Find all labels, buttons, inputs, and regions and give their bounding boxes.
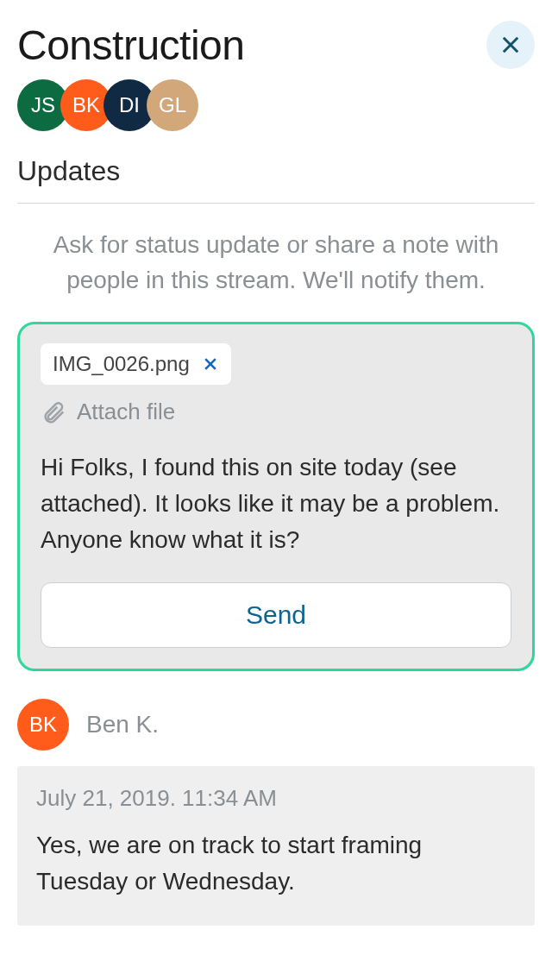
message-card: July 21, 2019. 11:34 AM Yes, we are on t… [17, 766, 535, 926]
message-author-row: BK Ben K. [17, 699, 535, 751]
remove-attachment-button[interactable] [202, 355, 219, 373]
attach-file-button[interactable]: Attach file [41, 399, 511, 425]
paperclip-icon [41, 399, 66, 425]
close-button[interactable] [486, 21, 535, 69]
page-title: Construction [17, 22, 244, 69]
message-body: Yes, we are on track to start framing Tu… [36, 827, 516, 900]
author-name: Ben K. [86, 711, 159, 738]
attachment-filename: IMG_0026.png [53, 352, 190, 376]
close-icon [499, 33, 523, 57]
attach-file-label: Attach file [77, 399, 175, 425]
attachment-chip: IMG_0026.png [41, 343, 231, 385]
compose-box: IMG_0026.png Attach file Hi Folks, I fou… [17, 322, 535, 671]
message-timestamp: July 21, 2019. 11:34 AM [36, 785, 516, 812]
section-title-updates: Updates [17, 155, 535, 204]
send-button[interactable]: Send [41, 582, 511, 648]
avatar[interactable]: BK [17, 699, 69, 751]
compose-hint: Ask for status update or share a note wi… [17, 228, 535, 298]
close-icon [202, 355, 219, 373]
avatar[interactable]: GL [147, 79, 198, 131]
participants-avatars: JS BK DI GL [17, 79, 535, 131]
compose-textarea[interactable]: Hi Folks, I found this on site today (se… [41, 449, 511, 558]
